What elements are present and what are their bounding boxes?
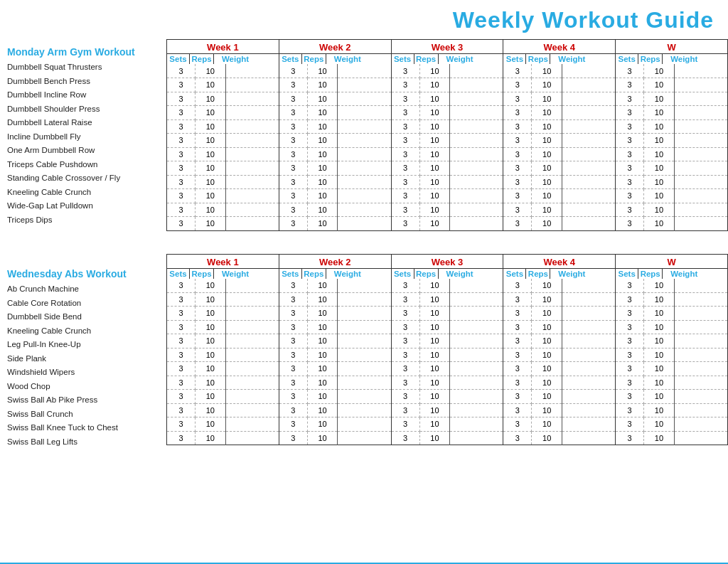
weight-cell[interactable] — [338, 348, 391, 362]
weight-cell[interactable] — [225, 390, 279, 404]
weight-cell[interactable] — [674, 376, 727, 390]
weight-cell[interactable] — [674, 189, 727, 203]
weight-cell[interactable] — [562, 147, 615, 161]
weight-cell[interactable] — [450, 106, 503, 120]
weight-cell[interactable] — [450, 78, 503, 92]
weight-cell[interactable] — [674, 175, 727, 189]
weight-cell[interactable] — [674, 64, 727, 78]
weight-cell[interactable] — [450, 334, 503, 348]
weight-cell[interactable] — [225, 403, 279, 417]
weight-cell[interactable] — [562, 92, 615, 106]
weight-cell[interactable] — [562, 431, 615, 445]
weight-cell[interactable] — [674, 403, 727, 417]
weight-cell[interactable] — [674, 147, 727, 161]
weight-cell[interactable] — [225, 334, 279, 348]
weight-cell[interactable] — [338, 376, 391, 390]
weight-cell[interactable] — [562, 320, 615, 334]
weight-cell[interactable] — [225, 203, 279, 217]
weight-cell[interactable] — [674, 348, 727, 362]
weight-cell[interactable] — [450, 403, 503, 417]
weight-cell[interactable] — [338, 320, 391, 334]
weight-cell[interactable] — [562, 189, 615, 203]
weight-cell[interactable] — [450, 134, 503, 148]
weight-cell[interactable] — [674, 161, 727, 176]
weight-cell[interactable] — [225, 78, 279, 92]
weight-cell[interactable] — [562, 376, 615, 390]
weight-cell[interactable] — [225, 217, 279, 231]
weight-cell[interactable] — [450, 307, 503, 321]
weight-cell[interactable] — [450, 417, 503, 432]
weight-cell[interactable] — [225, 134, 279, 148]
weight-cell[interactable] — [674, 362, 727, 376]
weight-cell[interactable] — [562, 334, 615, 348]
weight-cell[interactable] — [338, 64, 391, 78]
weight-cell[interactable] — [562, 203, 615, 217]
weight-cell[interactable] — [450, 292, 503, 307]
weight-cell[interactable] — [562, 292, 615, 307]
weight-cell[interactable] — [338, 175, 391, 189]
weight-cell[interactable] — [338, 92, 391, 106]
weight-cell[interactable] — [225, 92, 279, 106]
weight-cell[interactable] — [674, 92, 727, 106]
weight-cell[interactable] — [338, 78, 391, 92]
weight-cell[interactable] — [674, 417, 727, 432]
weight-cell[interactable] — [450, 217, 503, 231]
weight-cell[interactable] — [338, 390, 391, 404]
weight-cell[interactable] — [674, 334, 727, 348]
weight-cell[interactable] — [338, 279, 391, 293]
weight-cell[interactable] — [450, 175, 503, 189]
weight-cell[interactable] — [450, 362, 503, 376]
weight-cell[interactable] — [225, 362, 279, 376]
weight-cell[interactable] — [225, 292, 279, 307]
weight-cell[interactable] — [562, 217, 615, 231]
weight-cell[interactable] — [562, 119, 615, 134]
weight-cell[interactable] — [450, 203, 503, 217]
weight-cell[interactable] — [450, 161, 503, 176]
weight-cell[interactable] — [338, 217, 391, 231]
weight-cell[interactable] — [674, 106, 727, 120]
weight-cell[interactable] — [450, 431, 503, 445]
weight-cell[interactable] — [225, 431, 279, 445]
weight-cell[interactable] — [562, 403, 615, 417]
weight-cell[interactable] — [225, 189, 279, 203]
weight-cell[interactable] — [225, 64, 279, 78]
weight-cell[interactable] — [338, 417, 391, 432]
weight-cell[interactable] — [562, 417, 615, 432]
weight-cell[interactable] — [562, 134, 615, 148]
weight-cell[interactable] — [562, 78, 615, 92]
weight-cell[interactable] — [338, 106, 391, 120]
weight-cell[interactable] — [338, 134, 391, 148]
weight-cell[interactable] — [225, 119, 279, 134]
weight-cell[interactable] — [225, 147, 279, 161]
weight-cell[interactable] — [674, 78, 727, 92]
weight-cell[interactable] — [225, 348, 279, 362]
weight-cell[interactable] — [674, 431, 727, 445]
weight-cell[interactable] — [225, 320, 279, 334]
weight-cell[interactable] — [450, 92, 503, 106]
weight-cell[interactable] — [562, 307, 615, 321]
weight-cell[interactable] — [338, 362, 391, 376]
weight-cell[interactable] — [562, 279, 615, 293]
weight-cell[interactable] — [338, 431, 391, 445]
weight-cell[interactable] — [562, 106, 615, 120]
weight-cell[interactable] — [338, 403, 391, 417]
weight-cell[interactable] — [338, 307, 391, 321]
weight-cell[interactable] — [674, 292, 727, 307]
weight-cell[interactable] — [450, 390, 503, 404]
weight-cell[interactable] — [562, 390, 615, 404]
weight-cell[interactable] — [674, 119, 727, 134]
weight-cell[interactable] — [225, 175, 279, 189]
weight-cell[interactable] — [674, 279, 727, 293]
weight-cell[interactable] — [562, 175, 615, 189]
weight-cell[interactable] — [450, 119, 503, 134]
weight-cell[interactable] — [338, 334, 391, 348]
weight-cell[interactable] — [338, 292, 391, 307]
weight-cell[interactable] — [225, 307, 279, 321]
weight-cell[interactable] — [225, 279, 279, 293]
weight-cell[interactable] — [338, 147, 391, 161]
weight-cell[interactable] — [338, 161, 391, 176]
weight-cell[interactable] — [562, 161, 615, 176]
weight-cell[interactable] — [338, 203, 391, 217]
weight-cell[interactable] — [338, 189, 391, 203]
weight-cell[interactable] — [450, 64, 503, 78]
